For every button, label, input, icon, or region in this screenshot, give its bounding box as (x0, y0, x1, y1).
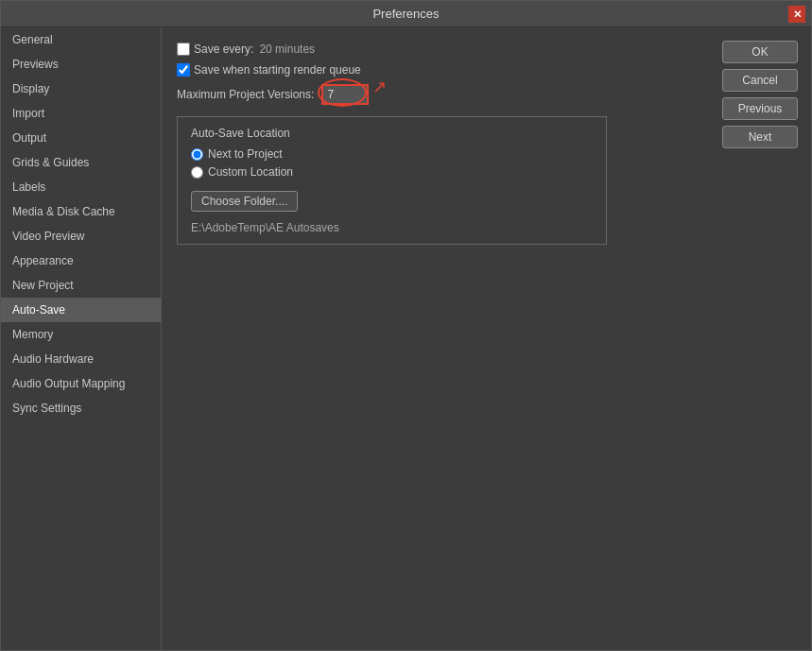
save-when-starting-row: Save when starting render queue (177, 63, 701, 77)
preferences-dialog: Preferences ✕ GeneralPreviewsDisplayImpo… (0, 0, 812, 651)
sidebar-item-media-disk-cache[interactable]: Media & Disk Cache (1, 199, 161, 224)
action-buttons: OK Cancel Previous Next (722, 41, 798, 148)
close-button[interactable]: ✕ (788, 6, 805, 23)
dialog-content: GeneralPreviewsDisplayImportOutputGrids … (1, 27, 811, 650)
title-bar: Preferences ✕ (1, 1, 811, 27)
sidebar-item-grids-guides[interactable]: Grids & Guides (1, 150, 161, 175)
save-when-starting-label: Save when starting render queue (194, 63, 361, 77)
next-to-project-label: Next to Project (208, 147, 283, 161)
sidebar-item-new-project[interactable]: New Project (1, 273, 161, 298)
save-when-starting-checkbox[interactable] (177, 63, 190, 77)
sidebar-item-previews[interactable]: Previews (1, 52, 161, 77)
save-every-value: 20 minutes (259, 43, 315, 56)
sidebar: GeneralPreviewsDisplayImportOutputGrids … (1, 27, 162, 650)
sidebar-item-sync-settings[interactable]: Sync Settings (1, 396, 161, 420)
sidebar-item-audio-hardware[interactable]: Audio Hardware (1, 347, 161, 371)
save-every-row: Save every: 20 minutes (177, 43, 701, 56)
next-to-project-row: Next to Project (191, 147, 593, 161)
sidebar-item-appearance[interactable]: Appearance (1, 248, 161, 273)
sidebar-item-import[interactable]: Import (1, 101, 161, 126)
autosave-group-title: Auto-Save Location (191, 127, 593, 140)
save-every-checkbox[interactable] (177, 43, 190, 56)
max-version-row: Maximum Project Versions: ↗ (177, 84, 701, 105)
sidebar-item-video-preview[interactable]: Video Preview (1, 224, 161, 248)
choose-folder-button[interactable]: Choose Folder.... (191, 191, 298, 212)
custom-location-row: Custom Location (191, 165, 593, 179)
ok-button[interactable]: OK (722, 41, 798, 63)
main-area: OK Cancel Previous Next Save every: 20 m… (162, 27, 811, 650)
sidebar-item-labels[interactable]: Labels (1, 175, 161, 199)
sidebar-item-auto-save[interactable]: Auto-Save (1, 298, 161, 322)
next-button[interactable]: Next (722, 126, 798, 148)
max-version-label: Maximum Project Versions: (177, 88, 314, 101)
max-version-input[interactable] (321, 84, 369, 105)
next-to-project-radio[interactable] (191, 148, 203, 161)
sidebar-item-output[interactable]: Output (1, 126, 161, 150)
sidebar-item-audio-output-mapping[interactable]: Audio Output Mapping (1, 371, 161, 396)
dialog-title: Preferences (372, 7, 439, 21)
save-every-label: Save every: (194, 43, 253, 56)
sidebar-item-display[interactable]: Display (1, 77, 161, 101)
autosave-path: E:\AdobeTemp\AE Autosaves (191, 221, 593, 234)
custom-location-label: Custom Location (208, 165, 293, 179)
previous-button[interactable]: Previous (722, 97, 798, 120)
version-input-wrapper: ↗ (321, 84, 369, 105)
custom-location-radio[interactable] (191, 166, 203, 179)
cancel-button[interactable]: Cancel (722, 69, 798, 92)
sidebar-item-general[interactable]: General (1, 27, 161, 52)
options-area: Save every: 20 minutes Save when startin… (177, 43, 701, 245)
sidebar-item-memory[interactable]: Memory (1, 322, 161, 347)
autosave-location-group: Auto-Save Location Next to Project Custo… (177, 116, 607, 245)
